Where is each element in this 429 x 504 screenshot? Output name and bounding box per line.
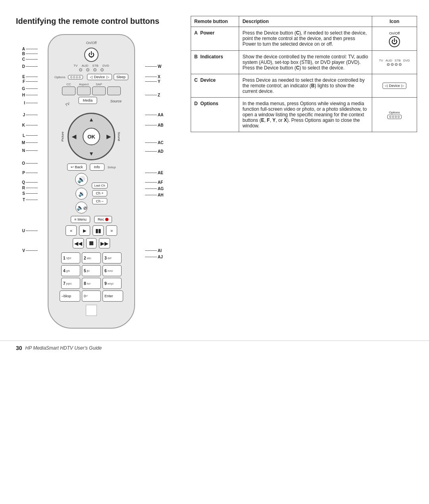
num2-button[interactable]: 2abc [82, 252, 101, 264]
play-button[interactable]: ▶ [79, 225, 90, 236]
tv-arc-label: TV [64, 102, 70, 107]
stop-button[interactable] [86, 238, 97, 248]
label-ad-text: AD [158, 149, 163, 154]
num3-sub: def [108, 257, 112, 260]
label-o-text: O [22, 161, 25, 165]
num4-button[interactable]: 4ghi [61, 265, 80, 276]
options-label-small: Options [54, 75, 66, 79]
sleep-button[interactable]: Sleep [114, 74, 128, 80]
nav-down-arrow[interactable]: ▼ [89, 150, 94, 157]
label-g-text: G [22, 87, 25, 91]
enter-button[interactable]: Enter [102, 290, 123, 302]
num5-button[interactable]: 5jkl [82, 265, 101, 276]
prev-button[interactable]: ◀◀ [73, 238, 84, 248]
enter-label: Enter [104, 294, 113, 298]
options-button[interactable] [68, 75, 83, 79]
num9-button[interactable]: 9wxyz [102, 278, 122, 289]
back-label: Back [75, 165, 83, 169]
power-button[interactable]: ⏻ [84, 48, 99, 62]
volume-up-button[interactable]: 🔊 [75, 173, 88, 186]
num7-button[interactable]: 7pqrs [61, 278, 80, 289]
sap-button[interactable] [92, 87, 106, 95]
opt-dot-3 [395, 116, 397, 118]
skip-row: ◀◀ ▶▶ [56, 238, 126, 248]
pause-button[interactable]: ▮▮ [93, 225, 104, 236]
ch-minus-button[interactable]: Ch – [92, 198, 107, 204]
indicators-button-label: B Indicators [191, 51, 239, 74]
label-aj: AJ [145, 255, 163, 259]
ind-dot-aud [391, 63, 394, 66]
info-button[interactable]: Info [90, 164, 104, 171]
bksp-button[interactable]: –bksp [60, 290, 80, 302]
col-header-description: Description [239, 16, 372, 27]
label-p: P [22, 171, 38, 175]
col-header-remote-button: Remote button [191, 16, 239, 27]
power-icon-cell: On/Off ⏻ [372, 27, 417, 51]
ctx4-button[interactable] [107, 87, 121, 95]
mute-button[interactable]: 🔈⌀ [75, 202, 87, 214]
label-m: M [22, 140, 38, 145]
label-p-text: P [22, 171, 25, 175]
aspect-button[interactable] [77, 87, 91, 95]
numpad-row-4: –bksp 0↵ Enter [60, 290, 123, 302]
ok-button[interactable]: OK [83, 128, 100, 145]
num1-button[interactable]: 1!@# [61, 252, 80, 264]
label-i-text: I [24, 101, 25, 105]
options-icon-label: Options [389, 111, 400, 114]
label-j-text: J [23, 113, 25, 117]
next-button[interactable]: ▶▶ [99, 238, 110, 248]
nav-left-arrow[interactable]: ◀ [72, 133, 76, 140]
label-t: T [23, 198, 38, 202]
label-ac: AC [145, 140, 163, 145]
media-button[interactable]: Media [78, 97, 97, 104]
label-ah: AH [145, 193, 163, 197]
remote-body: On/Off ⏻ TV AUD STB DVD [48, 34, 135, 329]
last-ch-button[interactable]: Last Ch [92, 183, 108, 189]
cc-button[interactable] [62, 87, 75, 95]
num0-button[interactable]: 0↵ [82, 290, 101, 302]
label-r-text: R [22, 186, 25, 190]
label-ai: AI [145, 248, 162, 253]
opt-dot-2 [392, 116, 394, 118]
back-button[interactable]: ↩ Back [67, 164, 87, 171]
num3-button[interactable]: 3def [102, 252, 122, 264]
fwd-button[interactable]: » [106, 225, 117, 236]
label-g: G [22, 87, 38, 91]
nav-up-arrow[interactable]: ▲ [89, 116, 94, 123]
stb-indicator [93, 68, 97, 71]
device-button[interactable]: ◁ Device ▷ [87, 74, 112, 80]
options-button-label: D Options [191, 98, 239, 132]
device-icon-right-arrow: ▷ [401, 84, 404, 88]
power-icon-display: On/Off ⏻ [389, 31, 400, 47]
label-c: C [22, 57, 38, 62]
numpad-row-3: 7pqrs 8tuv 9wxyz [61, 278, 122, 289]
ch-plus-button[interactable]: Ch + [92, 190, 107, 196]
nav-right-arrow[interactable]: ▶ [106, 133, 111, 140]
page-title: Identifying the remote control buttons [16, 16, 183, 26]
label-e-text: E [22, 75, 25, 79]
label-u-text: U [22, 229, 25, 233]
setup-label: Setup [108, 165, 116, 169]
rew-button[interactable]: « [66, 225, 77, 236]
num6-button[interactable]: 6mno [102, 265, 122, 276]
rec-button[interactable]: Rec [94, 216, 112, 223]
num8-button[interactable]: 8tuv [82, 278, 101, 289]
guide-title: HP MediaSmart HDTV User's Guide [25, 345, 102, 351]
media-source-area: TV Media Source [56, 97, 126, 111]
label-i: I [24, 101, 38, 105]
table-row-options: D Options In the media menus, press Opti… [191, 98, 417, 132]
sleep-label: Sleep [116, 75, 126, 79]
menu-button[interactable]: ≡ Menu [71, 216, 90, 223]
ind-dot-tv [387, 63, 390, 66]
label-k: K [22, 123, 38, 127]
num7-sub: pqrs [66, 282, 72, 285]
dvd-label: DVD [102, 64, 109, 67]
label-ae-text: AE [158, 171, 163, 175]
label-ac-text: AC [158, 140, 163, 145]
power-button-label: A Power [191, 27, 239, 51]
power-circle-icon: ⏻ [389, 36, 400, 47]
label-q: Q [22, 180, 38, 185]
num6-sub: mno [108, 269, 113, 272]
ind-dot-dvd [399, 63, 402, 66]
volume-down-button[interactable]: 🔉 [75, 188, 87, 200]
